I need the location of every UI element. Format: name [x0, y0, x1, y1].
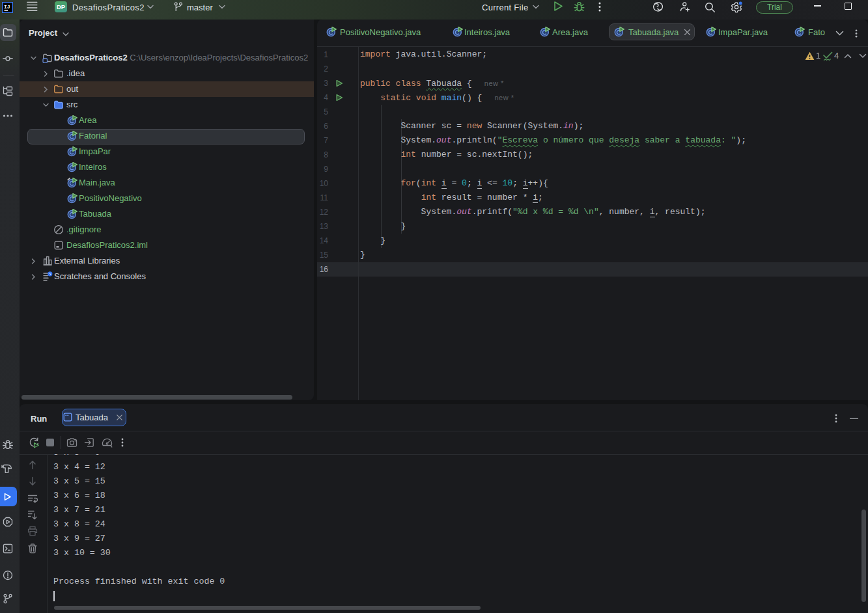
svg-text:IJ: IJ — [4, 4, 10, 10]
